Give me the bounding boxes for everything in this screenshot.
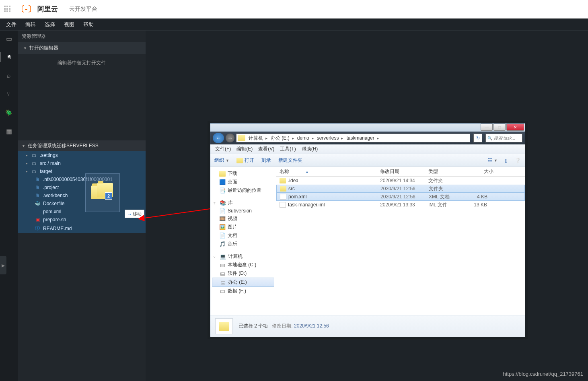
nav-docs[interactable]: 📄文档 <box>212 231 274 240</box>
folder-icon <box>236 158 243 163</box>
address-folder-icon <box>238 135 245 141</box>
view-mode-button[interactable]: ☷ ▼ <box>488 158 498 163</box>
platform-label: 云开发平台 <box>69 6 97 13</box>
activity-bar: ▭ 🗎 ⌕ ⑂ 🪲 ▦ <box>0 31 18 381</box>
exp-menu-edit[interactable]: 编辑(E) <box>236 146 253 152</box>
no-open-files-msg: 编辑器中暂无打开文件 <box>18 54 146 72</box>
nav-forward-button[interactable]: → <box>226 134 234 142</box>
organize-button[interactable]: 组织 ▼ <box>214 157 229 164</box>
nav-desktop[interactable]: 🟦桌面 <box>212 178 274 186</box>
list-header[interactable]: 名称▲ 修改日期 类型 大小 <box>276 167 525 177</box>
status-thumb <box>215 318 233 334</box>
file-row[interactable]: pom.xml2020/9/21 12:56XML 文档4 KB <box>276 193 525 201</box>
exp-menu-tools[interactable]: 工具(T) <box>280 146 296 152</box>
drag-ghost: 2 移动 <box>85 173 120 212</box>
menu-select[interactable]: 选择 <box>45 21 55 28</box>
open-editors-label: 打开的编辑器 <box>29 45 58 51</box>
address-bar[interactable]: 计算机 办公 (E:) demo serverless taskmanager <box>236 134 470 142</box>
ide-menubar: 文件 编辑 选择 视图 帮助 <box>0 19 588 31</box>
breadcrumb-seg[interactable]: 办公 (E:) <box>269 135 296 142</box>
tree-item[interactable]: ▸🗀.settings <box>18 151 146 159</box>
explorer-nav-tree: 下载 🟦桌面 📑最近访问的位置 ▿📚库 📄Subversion 🎞️视频 🖼️图… <box>210 167 276 315</box>
watermark: https://blog.csdn.net/qq_21739761 <box>503 371 584 377</box>
nav-computer[interactable]: ▿💻计算机 <box>212 252 274 261</box>
extensions-icon[interactable]: ▦ <box>4 126 14 136</box>
exp-menu-help[interactable]: 帮助(H) <box>302 146 318 152</box>
git-icon[interactable]: ⑂ <box>4 89 14 99</box>
file-row[interactable]: .idea2020/9/21 14:34文件夹 <box>276 177 525 185</box>
tree-item[interactable]: 🗎.workbench <box>18 192 146 200</box>
exp-menu-file[interactable]: 文件(F) <box>215 146 231 152</box>
ide-container: 文件 编辑 选择 视图 帮助 ▭ 🗎 ⌕ ⑂ 🪲 ▦ 资源管理器 ▼打开的编辑器… <box>0 19 588 381</box>
files-icon[interactable]: 🗎 <box>0 52 17 62</box>
tree-item[interactable]: 🗎.project <box>18 183 146 192</box>
exp-menu-view[interactable]: 查看(V) <box>258 146 274 152</box>
explorer-sidebar: 资源管理器 ▼打开的编辑器 编辑器中暂无打开文件 ▼任务管理系统迁移SERVER… <box>18 31 146 381</box>
tree-item[interactable]: 🗎.nfs0000000054036f1f00000001 <box>18 175 146 183</box>
file-row[interactable]: task-manager.iml2020/9/21 13:33IML 文件13 … <box>276 201 525 209</box>
explorer-navbar: ← → 计算机 办公 (E:) demo serverless taskmana… <box>210 132 525 144</box>
nav-pictures[interactable]: 🖼️图片 <box>212 223 274 231</box>
breadcrumb-seg[interactable]: taskmanager <box>345 135 380 141</box>
nav-back-button[interactable]: ← <box>213 133 224 143</box>
menu-edit[interactable]: 编辑 <box>25 21 36 28</box>
close-button[interactable]: ✕ <box>506 124 524 131</box>
nav-drive-d[interactable]: 🖴软件 (D:) <box>212 269 274 278</box>
tree-item[interactable]: ▸🗀target <box>18 167 146 175</box>
nav-music[interactable]: 🎵音乐 <box>212 240 274 248</box>
apps-grid-icon[interactable] <box>4 6 11 13</box>
nav-subversion[interactable]: 📄Subversion <box>212 207 274 214</box>
tree-item[interactable]: ▸🗀src / main <box>18 159 146 167</box>
burn-button[interactable]: 刻录 <box>261 157 271 164</box>
menu-help[interactable]: 帮助 <box>83 21 94 28</box>
project-tree: ▼任务管理系统迁移SERVERLESS ▸🗀.settings▸🗀src / m… <box>18 140 146 233</box>
open-editors-header[interactable]: ▼打开的编辑器 <box>18 42 146 54</box>
drag-count-badge: 2 <box>105 192 112 200</box>
windows-explorer: — □ ✕ ← → 计算机 办公 (E:) demo serverless ta… <box>210 123 525 336</box>
breadcrumb-seg[interactable]: demo <box>296 135 315 141</box>
explorer-search[interactable]: 搜索 task... <box>485 134 522 142</box>
terminal-icon[interactable]: ▭ <box>4 34 14 43</box>
collapse-handle[interactable]: ▸ <box>0 256 6 274</box>
status-date: 2020/9/21 12:56 <box>294 323 329 329</box>
breadcrumb-seg[interactable]: serverless <box>315 135 345 141</box>
menu-view[interactable]: 视图 <box>64 21 74 28</box>
open-button[interactable]: 打开 <box>236 157 254 164</box>
panel-title: 资源管理器 <box>18 31 146 42</box>
file-row[interactable]: src2020/9/21 12:56文件夹 <box>276 185 525 193</box>
selection-count: 已选择 2 个项 <box>238 323 268 329</box>
brand-text: 阿里云 <box>37 4 58 14</box>
help-button[interactable]: ❔ <box>515 158 521 163</box>
project-root[interactable]: ▼任务管理系统迁移SERVERLESS <box>18 140 146 151</box>
nav-recent[interactable]: 📑最近访问的位置 <box>212 186 274 195</box>
file-list: 名称▲ 修改日期 类型 大小 .idea2020/9/21 14:34文件夹sr… <box>276 167 525 315</box>
nav-drive-e[interactable]: 🖴办公 (E:) <box>212 278 274 287</box>
nav-library[interactable]: ▿📚库 <box>212 199 274 207</box>
menu-file[interactable]: 文件 <box>6 21 16 28</box>
preview-pane-button[interactable]: ▯ <box>505 158 508 163</box>
new-folder-button[interactable]: 新建文件夹 <box>278 157 302 164</box>
explorer-toolbar: 组织 ▼ 打开 刻录 新建文件夹 ☷ ▼ ▯ ❔ <box>210 154 525 167</box>
breadcrumb-seg[interactable]: 计算机 <box>247 135 269 142</box>
project-name-label: 任务管理系统迁移SERVERLESS <box>28 142 99 149</box>
refresh-button[interactable]: ↻ <box>473 134 482 142</box>
aliyun-logo[interactable]: 〔-〕阿里云 <box>17 4 58 14</box>
maximize-button[interactable]: □ <box>493 124 506 131</box>
nav-drive-f[interactable]: 🖴数据 (F:) <box>212 287 274 295</box>
explorer-titlebar[interactable]: — □ ✕ <box>210 124 525 132</box>
tree-item[interactable]: 🐳Dockerfile <box>18 200 146 208</box>
search-icon[interactable]: ⌕ <box>4 71 14 80</box>
debug-icon[interactable]: 🪲 <box>4 108 14 117</box>
nav-drive-c[interactable]: 🖴本地磁盘 (C:) <box>212 261 274 269</box>
explorer-menu: 文件(F) 编辑(E) 查看(V) 工具(T) 帮助(H) <box>210 144 525 154</box>
tree-item[interactable]: ⓘREADME.md <box>18 224 146 233</box>
explorer-statusbar: 已选择 2 个项 修改日期: 2020/9/21 12:56 <box>210 315 525 337</box>
minimize-button[interactable]: — <box>481 124 493 131</box>
cloud-header: 〔-〕阿里云 云开发平台 <box>0 0 588 19</box>
nav-video[interactable]: 🎞️视频 <box>212 214 274 223</box>
nav-downloads[interactable]: 下载 <box>212 169 274 178</box>
